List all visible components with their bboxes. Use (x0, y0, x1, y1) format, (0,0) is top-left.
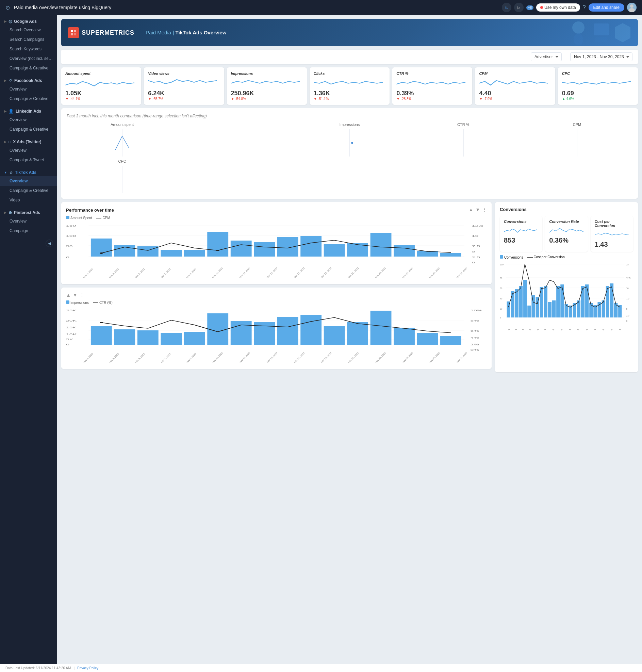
past3-col-cpm: CPM (522, 122, 632, 156)
metric-label-0: Amount spent (65, 72, 137, 76)
sidebar-group-header-4[interactable]: ▼☆TikTok Ads (0, 167, 57, 176)
filter-bar: Advertiser Nov 1, 2023 - Nov 30, 2023 (61, 50, 638, 64)
sidebar-item-0-2[interactable]: Search Keywords (0, 44, 57, 54)
sidebar-collapse-button[interactable]: ◀ (46, 240, 53, 247)
svg-point-81 (100, 322, 103, 323)
sidebar-item-1-1[interactable]: Campaign & Creative (0, 94, 57, 103)
icon-btn-2[interactable]: ▷ (514, 3, 524, 12)
sidebar-item-3-1[interactable]: Campaign & Tweet (0, 155, 57, 165)
sidebar-group-label: Google Ads (14, 19, 37, 24)
chart-controls-2: ▲ ▼ ⋮ (66, 292, 85, 298)
svg-rect-125 (606, 286, 609, 318)
sidebar-group-header-0[interactable]: ▶◎Google Ads (0, 16, 57, 25)
svg-text:2.5: 2.5 (626, 314, 629, 317)
sidebar-item-5-1[interactable]: Campaign (0, 226, 57, 235)
sidebar-group-label: Pinterest Ads (14, 210, 40, 215)
svg-rect-77 (371, 311, 391, 345)
date-range-filter[interactable]: Nov 1, 2023 - Nov 30, 2023 (570, 52, 632, 61)
sidebar-item-4-1[interactable]: Campaign & Creative (0, 186, 57, 195)
sidebar-group-icon: ☆ (9, 170, 13, 175)
conv-label-rate: Conversion Rate (549, 219, 583, 223)
svg-text:7.5: 7.5 (626, 297, 629, 300)
chart-up-btn[interactable]: ▲ (468, 207, 473, 212)
sidebar-item-2-1[interactable]: Campaign & Creative (0, 125, 57, 134)
metric-card-0: Amount spent 1.05K -44.1% (61, 67, 141, 105)
header-divider (140, 28, 140, 38)
svg-point-0 (630, 4, 633, 8)
svg-rect-101 (507, 301, 510, 318)
chart2-more-btn[interactable]: ⋮ (80, 292, 85, 298)
svg-text:5K: 5K (66, 338, 74, 341)
sidebar-item-0-0[interactable]: Search Overview (0, 25, 57, 35)
svg-point-1 (629, 8, 635, 12)
user-avatar[interactable] (627, 3, 637, 12)
svg-rect-119 (581, 286, 585, 318)
conv-value-cost: 1.43 (595, 241, 629, 248)
svg-rect-75 (324, 326, 345, 345)
svg-text:15K: 15K (66, 326, 77, 329)
metric-change-2: -54.8% (231, 97, 303, 101)
sidebar-item-0-4[interactable]: Campaign & Creative (0, 63, 57, 73)
svg-text:12.5: 12.5 (472, 224, 484, 227)
past3-col-impressions: Impressions (294, 122, 405, 156)
conv-bar-chart: 100 80 60 40 20 0 15 12.5 10 7.5 5 (500, 261, 633, 329)
svg-rect-42 (347, 243, 368, 257)
svg-text:25K: 25K (66, 309, 77, 312)
svg-rect-67 (138, 331, 158, 345)
svg-text:150: 150 (66, 224, 76, 227)
svg-rect-31 (91, 238, 112, 257)
conversions-section: Conversions Conversions 853 (495, 202, 638, 372)
metric-card-3: Clicks 1.36K -51.1% (310, 67, 389, 105)
sidebar-item-2-0[interactable]: Overview (0, 115, 57, 125)
sidebar-group-header-3[interactable]: ▶□X Ads (Twitter) (0, 137, 57, 146)
past3-title: Past 3 month incl. this month comparison… (67, 114, 632, 118)
svg-point-6 (572, 22, 585, 34)
icon-btn-1[interactable]: tt (502, 3, 511, 12)
sidebar-item-4-0[interactable]: Overview (0, 176, 57, 186)
conv-sparkline-conversions (504, 225, 538, 234)
main-layout: ▶◎Google AdsSearch OverviewSearch Campai… (0, 15, 642, 664)
page-footer: Data Last Updated: 6/11/2024 11:43:26 AM… (0, 664, 642, 672)
sidebar-arrow-icon: ▶ (4, 79, 7, 82)
sidebar-item-4-2[interactable]: Video (0, 195, 57, 205)
chart2-up-btn[interactable]: ▲ (66, 292, 71, 298)
metric-label-5: CPM (479, 72, 551, 76)
sidebar-group-header-5[interactable]: ▶⊕Pinterest Ads (0, 208, 57, 216)
chart2-down-btn[interactable]: ▼ (73, 292, 78, 298)
chart1-x-labels: Nov 1, 2023 Nov 3, 2023 Nov 5, 2023 Nov … (66, 277, 487, 279)
svg-rect-72 (254, 322, 275, 345)
sidebar-item-3-0[interactable]: Overview (0, 146, 57, 155)
sidebar-item-1-0[interactable]: Overview (0, 85, 57, 94)
svg-text:80: 80 (500, 277, 502, 279)
chart-more-btn[interactable]: ⋮ (482, 207, 487, 212)
conversions-card: Conversions Conversions 853 (495, 202, 638, 372)
chart-card-2: ▲ ▼ ⋮ Impressions CTR (%) 25K 20K (61, 287, 492, 369)
svg-text:100: 100 (66, 234, 76, 237)
two-col-layout: Performance over time ▲ ▼ ⋮ Amount Spent… (61, 202, 638, 372)
svg-rect-111 (548, 302, 552, 318)
help-icon[interactable]: ? (583, 4, 586, 11)
use-own-data-button[interactable]: Use my own data (536, 3, 580, 12)
metric-sparkline-5 (479, 77, 551, 88)
advertiser-filter[interactable]: Advertiser (531, 52, 562, 61)
sidebar-arrow-icon: ▶ (4, 109, 7, 113)
sidebar-item-0-3[interactable]: Overview (not incl. searc... (0, 54, 57, 63)
sidebar-group-header-1[interactable]: ▶♡Facebook Ads (0, 76, 57, 85)
svg-point-13 (351, 142, 353, 144)
privacy-policy-link[interactable]: Privacy Policy (77, 666, 98, 670)
sidebar-group-header-2[interactable]: ▶👤LinkedIn Ads (0, 106, 57, 115)
sidebar-group-label: X Ads (Twitter) (13, 140, 41, 144)
metrics-row: Amount spent 1.05K -44.1% Video views 6.… (61, 67, 638, 105)
edit-share-button[interactable]: Edit and share (589, 3, 624, 12)
conv-value-conversions: 853 (504, 236, 538, 244)
sidebar-arrow-icon: ▼ (4, 171, 7, 174)
svg-rect-112 (552, 300, 555, 318)
sidebar-item-0-1[interactable]: Search Campaigns (0, 35, 57, 44)
metric-sparkline-4 (396, 77, 468, 88)
svg-rect-34 (160, 250, 182, 257)
sidebar-item-5-0[interactable]: Overview (0, 216, 57, 226)
chart-down-btn[interactable]: ▼ (475, 207, 480, 212)
header-decoration (568, 19, 638, 46)
svg-rect-123 (598, 302, 601, 318)
conv-sparkline-rate (549, 225, 583, 234)
